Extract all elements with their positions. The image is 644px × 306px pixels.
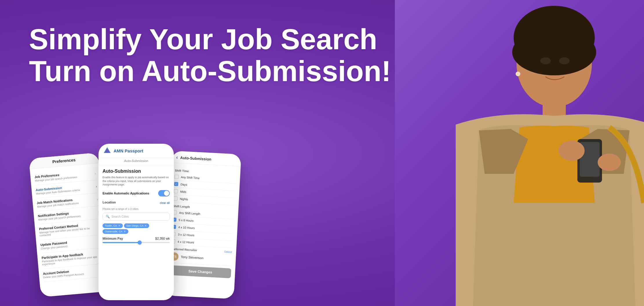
city-tags: Tustin, CA✕San Diego, CA✕Oceanside, CA✕ — [103, 223, 170, 234]
slider-thumb[interactable] — [138, 241, 142, 245]
phone-shift-settings: ‹ Auto-Submission Shift Time Any Shift T… — [164, 151, 241, 299]
back-arrow-icon[interactable]: ‹ — [176, 154, 178, 161]
svg-point-9 — [559, 57, 570, 64]
person-svg — [398, 0, 644, 306]
slider-fill — [103, 242, 140, 243]
auto-applications-toggle[interactable] — [158, 190, 170, 196]
hero-line2: Turn on Auto-Submission! — [29, 55, 391, 87]
checkbox-label: 4 x 12 Hours — [178, 240, 194, 244]
clear-all-button[interactable]: clear all — [160, 201, 170, 205]
hero-section: Simplify Your Job Search Turn on Auto-Su… — [29, 23, 391, 87]
phone-preferences: Preferences Job Preferences Manage your … — [29, 152, 110, 297]
shift-time-options: Any Shift Time Days Mids Nights — [173, 173, 236, 205]
checkbox-label: 3 x 12 Hours — [178, 233, 194, 237]
city-tag[interactable]: Oceanside, CA✕ — [103, 229, 128, 234]
hero-line1: Simplify Your Job Search — [29, 23, 377, 55]
search-cities-placeholder: Search Cities — [112, 215, 129, 218]
location-hint: Please set a range of 1-3 cities. — [103, 207, 170, 210]
svg-point-10 — [516, 72, 520, 76]
location-header: Location clear all — [103, 201, 170, 206]
chevron-icon: › — [97, 197, 98, 201]
auto-submission-description: Enable this feature to apply to job auto… — [103, 176, 170, 187]
pref-item-text: Participate in App feedback Participate … — [41, 251, 102, 266]
search-icon: 🔍 — [106, 215, 110, 218]
checkbox-label: Days — [180, 183, 187, 186]
svg-point-2 — [512, 29, 596, 75]
checkbox-label: 4 x 10 Hours — [178, 225, 195, 230]
city-search-box[interactable]: 🔍 Search Cities — [103, 213, 170, 221]
remove-city-icon[interactable]: ✕ — [118, 224, 121, 227]
shift-length-options: Any Shift Length 5 x 8 Hours 4 x 10 Hour… — [171, 209, 234, 248]
auto-submission-title: Auto-Submission — [103, 169, 170, 174]
checkbox-label: Nights — [180, 197, 188, 201]
pref-item-text: Auto-Submission Manage your Auto-Submiss… — [36, 185, 80, 195]
chevron-icon: › — [94, 171, 96, 175]
checkbox-label: Any Shift Time — [181, 175, 200, 179]
save-changes-button[interactable]: Save Changes — [169, 265, 231, 278]
city-tag-label: San Diego, CA — [126, 224, 144, 227]
svg-rect-3 — [543, 99, 566, 116]
pref-item-text: Job Preferences Manage your job search p… — [34, 172, 77, 182]
checkbox-label: Mids — [180, 190, 187, 193]
phone-auto-submission: AMN Passport Auto-Submission Auto-Submis… — [98, 144, 174, 300]
enable-applications-label: Enable Automatic Applications — [103, 192, 149, 195]
person-image — [383, 0, 644, 306]
svg-point-6 — [559, 141, 585, 161]
min-pay-value: $2,350 wk — [155, 237, 170, 240]
city-tag-label: Tustin, CA — [105, 224, 117, 227]
svg-point-7 — [598, 154, 621, 171]
checkbox[interactable] — [174, 182, 178, 186]
checkbox-label: 5 x 8 Hours — [179, 218, 194, 222]
enable-applications-row: Enable Automatic Applications — [103, 190, 170, 196]
recruiter-section: Preferred Recruiter Select TS Tony Steve… — [170, 245, 232, 266]
auto-submission-content: Auto-Submission Enable this feature to a… — [98, 165, 174, 298]
checkbox-label: Any Shift Length — [179, 211, 200, 215]
pref-item-text: Notification Settings Manage your job se… — [38, 211, 81, 221]
pref-item-text: Preferred Contact Method Manage how and … — [39, 222, 100, 237]
shift-settings-content: Shift Time Any Shift Time Days Mids Nigh… — [165, 163, 241, 288]
city-tag[interactable]: Tustin, CA✕ — [103, 223, 123, 228]
pref-item-text: Update Password Change your password — [40, 241, 67, 250]
min-pay-label: Minimum Pay — [103, 237, 123, 240]
recruiter-select-button[interactable]: Select — [224, 250, 232, 254]
preferences-list: Job Preferences Manage your job search p… — [34, 167, 105, 282]
location-label: Location — [103, 201, 116, 204]
phones-container: Preferences Job Preferences Manage your … — [35, 144, 238, 306]
checkbox[interactable] — [173, 196, 178, 201]
remove-city-icon[interactable]: ✕ — [145, 224, 147, 227]
amn-logo-area: AMN Passport — [98, 144, 174, 158]
auto-submission-subheader: Auto-Submission — [98, 158, 174, 165]
checkbox[interactable] — [174, 175, 179, 179]
pay-slider-track — [103, 242, 170, 243]
recruiter-row: TS Tony Stevenson — [170, 252, 232, 263]
preferences-content: Job Preferences Manage your job search p… — [30, 163, 109, 285]
city-tag[interactable]: San Diego, CA✕ — [124, 223, 149, 228]
svg-point-8 — [540, 57, 551, 64]
recruiter-label: Preferred Recruiter — [171, 247, 197, 252]
amn-logo-icon — [103, 147, 111, 155]
min-pay-row: Minimum Pay $2,350 wk — [103, 237, 170, 240]
checkbox[interactable] — [174, 189, 178, 194]
pref-item-text: Account Deletion Delete your AMN Passpor… — [43, 268, 84, 279]
recruiter-name: Tony Stevenson — [181, 255, 204, 260]
remove-city-icon[interactable]: ✕ — [124, 230, 126, 233]
city-tag-label: Oceanside, CA — [105, 230, 123, 233]
chevron-icon: › — [96, 184, 97, 188]
pref-item-text: Job Match Notifications Manage your job … — [37, 198, 79, 208]
